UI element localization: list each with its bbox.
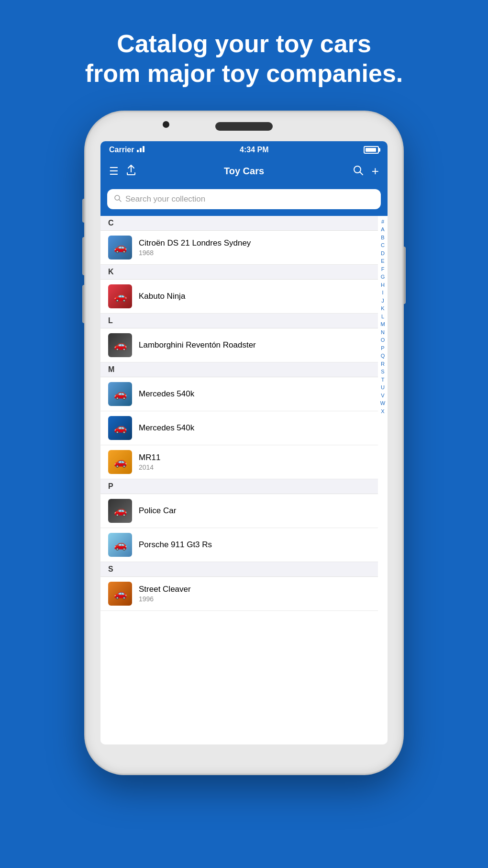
search-placeholder-text: Search your collection: [125, 194, 205, 204]
section-header-s: S: [100, 562, 378, 577]
index-letter-h[interactable]: H: [381, 281, 385, 289]
car-thumbnail: 🚗: [108, 416, 132, 440]
nav-title: Toy Cars: [224, 166, 264, 177]
car-thumbnail-icon: 🚗: [114, 505, 127, 517]
nav-left-buttons: ☰: [109, 165, 136, 178]
alphabetical-index[interactable]: #ABCDEFGHIJKLMNOPQRSTUVWX: [378, 216, 388, 744]
index-letter-p[interactable]: P: [381, 344, 384, 352]
search-icon: [114, 194, 122, 204]
car-name: Street Cleaver: [139, 585, 370, 594]
car-thumbnail: 🚗: [108, 382, 132, 406]
car-name: Citroën DS 21 Londres Sydney: [139, 238, 370, 248]
wifi-icon: [137, 146, 144, 154]
add-button[interactable]: +: [372, 164, 379, 179]
share-button[interactable]: [126, 165, 136, 178]
car-name: Kabuto Ninja: [139, 292, 370, 301]
car-year: 1968: [139, 249, 370, 257]
car-thumbnail-icon: 🚗: [114, 290, 127, 303]
index-letter-u[interactable]: U: [381, 383, 385, 392]
search-bar[interactable]: Search your collection: [107, 189, 381, 209]
list-item[interactable]: 🚗Kabuto Ninja: [100, 280, 378, 314]
section-header-c: C: [100, 216, 378, 231]
index-letter-e[interactable]: E: [381, 257, 384, 265]
list-item[interactable]: 🚗Mercedes 540k: [100, 377, 378, 411]
index-letter-w[interactable]: W: [380, 399, 385, 407]
index-letter-k[interactable]: K: [381, 304, 384, 313]
phone-mockup: Carrier 4:34 PM ☰: [86, 113, 402, 773]
car-thumbnail-icon: 🚗: [114, 339, 127, 351]
battery-icon: [364, 146, 379, 154]
list-item[interactable]: 🚗Lamborghini Reventón Roadster: [100, 328, 378, 362]
index-letter-m[interactable]: M: [380, 320, 385, 328]
search-button[interactable]: [353, 165, 363, 178]
car-thumbnail-icon: 🚗: [114, 587, 127, 600]
car-thumbnail: 🚗: [108, 582, 132, 606]
section-header-m: M: [100, 362, 378, 377]
list-item[interactable]: 🚗Street Cleaver1996: [100, 577, 378, 611]
car-thumbnail: 🚗: [108, 450, 132, 474]
index-letter-j[interactable]: J: [381, 297, 384, 305]
front-camera: [163, 121, 169, 128]
menu-button[interactable]: ☰: [109, 165, 119, 178]
car-year: 1996: [139, 595, 370, 603]
car-info: Lamborghini Reventón Roadster: [139, 340, 370, 350]
volume-down-button: [82, 285, 86, 323]
index-letter-r[interactable]: R: [381, 360, 385, 368]
index-letter-t[interactable]: T: [381, 376, 385, 384]
list-item[interactable]: 🚗Police Car: [100, 494, 378, 528]
index-letter-g[interactable]: G: [381, 273, 385, 281]
phone-top-bar: [100, 113, 388, 141]
car-thumbnail-icon: 🚗: [114, 241, 127, 254]
index-letter-s[interactable]: S: [381, 368, 384, 376]
car-list: C🚗Citroën DS 21 Londres Sydney1968K🚗Kabu…: [100, 216, 388, 744]
car-thumbnail-icon: 🚗: [114, 388, 127, 400]
index-letter-a[interactable]: A: [381, 225, 384, 234]
car-info: Porsche 911 Gt3 Rs: [139, 540, 370, 550]
search-container: Search your collection: [100, 184, 388, 216]
index-letter-b[interactable]: B: [381, 234, 384, 242]
car-name: Police Car: [139, 506, 370, 516]
car-thumbnail: 🚗: [108, 533, 132, 557]
section-header-p: P: [100, 479, 378, 494]
car-name: MR11: [139, 453, 370, 462]
car-thumbnail-icon: 🚗: [114, 422, 127, 434]
car-info: Police Car: [139, 506, 370, 516]
index-letter-i[interactable]: I: [382, 289, 383, 297]
car-info: Mercedes 540k: [139, 423, 370, 433]
index-letter-#[interactable]: #: [381, 218, 384, 226]
index-letter-o[interactable]: O: [381, 336, 385, 344]
earpiece-speaker: [215, 122, 273, 131]
list-item[interactable]: 🚗MR112014: [100, 445, 378, 479]
list-scroll-area[interactable]: C🚗Citroën DS 21 Londres Sydney1968K🚗Kabu…: [100, 216, 378, 744]
index-letter-c[interactable]: C: [381, 241, 385, 249]
hero-heading: Catalog your toy cars from major toy com…: [56, 29, 432, 89]
list-item[interactable]: 🚗Citroën DS 21 Londres Sydney1968: [100, 231, 378, 265]
navigation-bar: ☰ Toy Cars +: [100, 158, 388, 184]
index-letter-d[interactable]: D: [381, 249, 385, 258]
status-bar: Carrier 4:34 PM: [100, 141, 388, 158]
car-info: MR112014: [139, 453, 370, 471]
car-thumbnail: 🚗: [108, 236, 132, 259]
car-thumbnail-icon: 🚗: [114, 456, 127, 468]
list-item[interactable]: 🚗Porsche 911 Gt3 Rs: [100, 528, 378, 562]
car-name: Lamborghini Reventón Roadster: [139, 340, 370, 350]
hero-line1: Catalog your toy cars: [117, 30, 371, 57]
index-letter-n[interactable]: N: [381, 328, 385, 337]
status-time: 4:34 PM: [240, 146, 268, 154]
index-letter-x[interactable]: X: [381, 407, 384, 416]
car-info: Kabuto Ninja: [139, 292, 370, 301]
battery-fill: [366, 148, 376, 152]
car-thumbnail-icon: 🚗: [114, 539, 127, 551]
section-header-k: K: [100, 265, 378, 280]
index-letter-v[interactable]: V: [381, 392, 384, 400]
index-letter-f[interactable]: F: [381, 265, 385, 273]
car-info: Citroën DS 21 Londres Sydney1968: [139, 238, 370, 257]
index-letter-q[interactable]: Q: [381, 352, 385, 360]
car-name: Mercedes 540k: [139, 423, 370, 433]
car-info: Mercedes 540k: [139, 389, 370, 399]
nav-right-buttons: +: [353, 164, 379, 179]
index-letter-l[interactable]: L: [381, 313, 384, 321]
car-info: Street Cleaver1996: [139, 585, 370, 603]
list-item[interactable]: 🚗Mercedes 540k: [100, 411, 378, 445]
carrier-label: Carrier: [109, 146, 134, 154]
